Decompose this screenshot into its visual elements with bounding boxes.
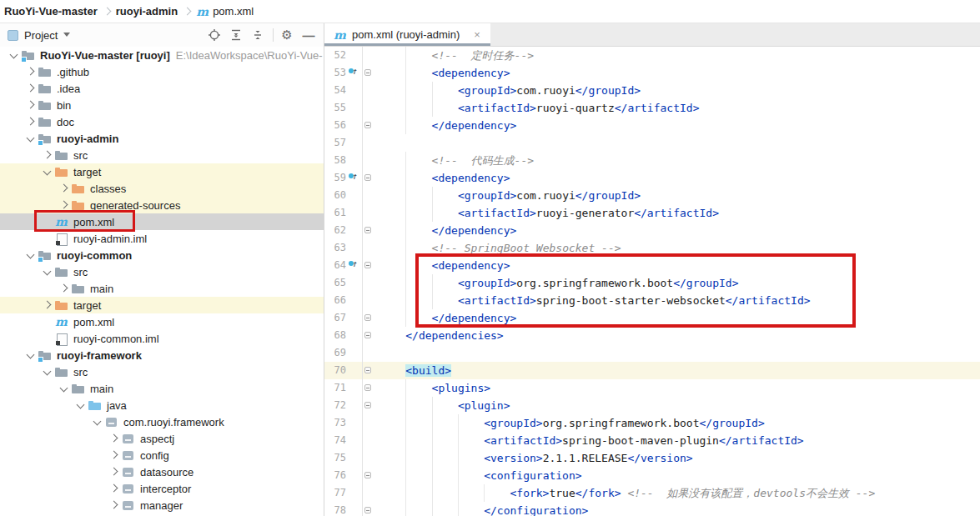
fold-region-icon[interactable] [364,174,371,181]
locate-icon[interactable] [206,27,223,43]
code-line[interactable]: 52<!-- 定时任务--> [324,47,980,64]
fold-region-end-icon[interactable] [364,227,371,233]
tree-row[interactable]: src [0,363,324,380]
chevron-down-icon[interactable] [7,48,22,62]
hide-panel-icon[interactable]: — [300,27,317,43]
editor-tab[interactable]: m pom.xml (ruoyi-admin) × [324,23,490,46]
code-line[interactable]: 64<dependency> [324,257,980,274]
close-icon[interactable]: × [474,28,480,41]
fold-region-icon[interactable] [364,69,371,76]
tree-row[interactable]: datasource [0,463,324,480]
chevron-down-icon[interactable] [23,248,38,262]
chevron-right-icon[interactable] [57,182,72,195]
code-line[interactable]: 57 [324,134,980,152]
maven-dependency-gutter-icon[interactable] [349,261,354,266]
chevron-right-icon[interactable] [107,498,122,512]
chevron-right-icon[interactable] [57,198,72,212]
code-line[interactable]: 58<!-- 代码生成--> [324,152,980,169]
chevron-down-icon[interactable] [57,382,72,395]
tree-row[interactable]: src [0,263,324,280]
code-line[interactable]: 69 [324,344,980,362]
code-line[interactable]: 73<groupId>org.springframework.boot</gro… [324,414,980,432]
fold-region-end-icon[interactable] [364,507,371,513]
expand-all-icon[interactable] [228,27,244,43]
chevron-right-icon[interactable] [107,432,122,445]
breadcrumb-item-project[interactable]: RuoYi-Vue-master [3,5,99,18]
tree-row[interactable]: aspectj [0,430,324,447]
tree-row[interactable]: ruoyi-common [0,247,324,263]
tree-row[interactable]: doc [0,113,324,130]
code-line[interactable]: 77<fork>true</fork> <!-- 如果没有该配置，devtool… [324,484,980,502]
code-line[interactable]: 67</dependency> [324,309,980,327]
maven-dependency-gutter-icon[interactable] [349,173,354,178]
tree-row[interactable]: generated-sources [0,197,324,213]
chevron-down-icon[interactable] [73,398,88,412]
chevron-right-icon[interactable] [23,65,38,78]
maven-dependency-gutter-icon[interactable] [349,68,354,73]
code-line[interactable]: 65<groupId>org.springframework.boot</gro… [324,274,980,292]
fold-region-icon[interactable] [364,402,371,408]
code-line[interactable]: 71<plugins> [324,379,980,397]
tree-row[interactable]: .idea [0,80,324,97]
tree-row[interactable]: main [0,380,324,397]
code-line[interactable]: 54<groupId>com.ruoyi</groupId> [324,82,980,99]
chevron-right-icon[interactable] [23,82,38,95]
fold-region-icon[interactable] [364,384,371,391]
code-editor[interactable]: 52<!-- 定时任务-->53<dependency>54<groupId>c… [324,47,980,516]
tree-row[interactable]: pom.xml [0,313,324,330]
chevron-down-icon[interactable] [40,365,55,378]
fold-region-icon[interactable] [364,262,371,268]
tree-row[interactable]: ruoyi-admin [0,130,324,147]
code-line[interactable]: 55<artifactId>ruoyi-quartz</artifactId> [324,99,980,117]
chevron-right-icon[interactable] [107,448,122,462]
fold-region-end-icon[interactable] [364,314,371,321]
code-line[interactable]: 53<dependency> [324,64,980,82]
chevron-right-icon[interactable] [107,465,122,478]
tree-row[interactable]: com.ruoyi.framework [0,413,324,430]
tree-row[interactable]: pom.xml [0,213,324,230]
tree-row[interactable]: ruoyi-admin.iml [0,230,324,247]
tree-row[interactable]: config [0,447,324,463]
fold-region-icon[interactable] [364,472,371,478]
code-line[interactable]: 66<artifactId>spring-boot-starter-websoc… [324,292,980,309]
code-line[interactable]: 70<build> [324,362,980,379]
code-line[interactable]: 60<groupId>com.ruoyi</groupId> [324,187,980,204]
tree-row[interactable]: java [0,397,324,413]
fold-region-icon[interactable] [364,367,371,373]
tree-row[interactable]: RuoYi-Vue-master [ruoyi]E:\IdeaWorkspace… [0,47,324,63]
chevron-down-icon[interactable] [23,132,38,145]
code-line[interactable]: 61<artifactId>ruoyi-generator</artifactI… [324,204,980,222]
code-line[interactable]: 78</configuration> [324,502,980,516]
code-line[interactable]: 74<artifactId>spring-boot-maven-plugin</… [324,432,980,449]
fold-region-end-icon[interactable] [364,122,371,128]
chevron-down-icon[interactable] [40,265,55,278]
tree-row[interactable]: ruoyi-common.iml [0,330,324,347]
code-line[interactable]: 59<dependency> [324,169,980,187]
tree-row[interactable]: main [0,280,324,297]
code-line[interactable]: 72<plugin> [324,397,980,414]
chevron-right-icon[interactable] [107,482,122,495]
chevron-right-icon[interactable] [57,282,72,295]
tree-row[interactable]: target [0,297,324,313]
fold-region-end-icon[interactable] [364,332,371,338]
tree-row[interactable]: classes [0,180,324,197]
chevron-down-icon[interactable] [63,31,71,39]
tree-row[interactable]: .github [0,63,324,80]
tree-row[interactable]: bin [0,97,324,113]
tree-row[interactable]: target [0,163,324,180]
chevron-down-icon[interactable] [90,415,105,428]
tree-row[interactable]: ruoyi-framework [0,347,324,363]
code-line[interactable]: 76<configuration> [324,467,980,484]
settings-gear-icon[interactable]: ⚙ [279,27,295,43]
tree-row[interactable]: src [0,147,324,163]
code-line[interactable]: 56</dependency> [324,117,980,134]
collapse-all-icon[interactable] [249,27,266,43]
breadcrumb-item-file[interactable]: m pom.xml [194,5,255,18]
chevron-right-icon[interactable] [40,298,55,312]
tree-row[interactable]: interceptor [0,480,324,497]
chevron-right-icon[interactable] [40,148,55,162]
chevron-down-icon[interactable] [23,348,38,362]
chevron-down-icon[interactable] [40,165,55,178]
chevron-right-icon[interactable] [23,98,38,112]
breadcrumb-item-module[interactable]: ruoyi-admin [114,5,179,18]
